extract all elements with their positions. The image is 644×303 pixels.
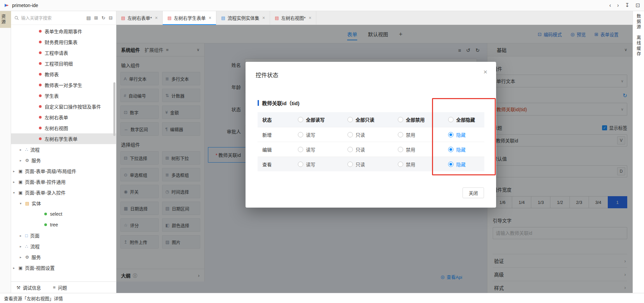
scrollbar[interactable] <box>113 82 115 136</box>
resource-tree-rows: 表单生命周期事件财务费用归集表工程申请表工程项目明细教师表教师表一对多学生学生表… <box>11 26 116 273</box>
app-title: primeton-ide <box>12 3 38 8</box>
radio-button[interactable] <box>398 132 403 137</box>
option-cell: 只读 <box>347 131 398 138</box>
cube-icon: ▣ <box>18 265 22 270</box>
tree-item-label: 左树右学生表单 <box>45 135 77 142</box>
search-input[interactable] <box>21 15 84 20</box>
document-tab[interactable]: ▤流程实例实体集× <box>216 11 270 25</box>
radio-button[interactable] <box>347 162 353 167</box>
radio-button[interactable] <box>298 162 303 167</box>
tree-item[interactable]: 教师表一对多学生 <box>11 80 116 90</box>
entity-icon: ▤ <box>25 201 29 206</box>
close-button[interactable]: 关闭 <box>463 187 484 198</box>
radio-button[interactable] <box>347 132 353 137</box>
radio-button[interactable] <box>398 117 403 122</box>
radio-button[interactable] <box>298 132 303 137</box>
gear-icon: ⚙ <box>25 158 29 163</box>
option-label: 读写 <box>306 146 315 153</box>
tree-item[interactable]: ▸∴流程 <box>11 144 116 155</box>
tree-item[interactable]: 财务费用归集表 <box>11 37 116 47</box>
file-icon: ▤ <box>275 15 279 20</box>
bottom-tab-label: 调试信息 <box>23 284 41 291</box>
radio-button[interactable] <box>347 117 353 122</box>
right-rail-tab[interactable]: 数据源 <box>635 14 642 30</box>
chevron-right-icon: ▸ <box>20 159 25 162</box>
status-dot-icon <box>44 223 47 226</box>
sidebar-search-row: ▤⊞↻⊟ <box>11 11 116 25</box>
document-tab[interactable]: ▤左树右学生表单× <box>163 11 216 25</box>
radio-button[interactable] <box>347 147 353 152</box>
radio-button[interactable] <box>448 132 453 137</box>
option-label: 只读 <box>356 161 365 168</box>
search-icon <box>14 16 19 20</box>
tree-item[interactable]: 工程申请表 <box>11 47 116 58</box>
status-dot-icon <box>39 30 42 33</box>
tree-item[interactable]: 左树右学生表单 <box>11 133 116 144</box>
download-icon[interactable]: ↧ <box>625 3 629 8</box>
tree-item[interactable]: ▸▣页面-视图设置 <box>11 262 116 273</box>
page-icon: □ <box>25 233 28 238</box>
tree-item[interactable]: ▸□页面 <box>11 230 116 241</box>
radio-button[interactable] <box>448 117 453 122</box>
option-label: 禁用 <box>406 131 415 138</box>
chevron-right-icon: ▸ <box>13 169 18 173</box>
tree-item[interactable]: ▸∴流程 <box>11 241 116 252</box>
forward-icon[interactable]: › <box>617 3 619 8</box>
bottom-tab[interactable]: ≡问题 <box>53 284 67 291</box>
tree-item[interactable]: 左树右视图 <box>11 123 116 133</box>
tree-item[interactable]: 表单生命周期事件 <box>11 26 116 37</box>
radio-button[interactable] <box>398 147 403 152</box>
document-tab[interactable]: ▤左树右视图*× <box>270 11 316 25</box>
new-form-icon[interactable]: ▤ <box>87 15 91 20</box>
option-cell: 读写 <box>298 131 347 138</box>
option-label: 隐藏 <box>456 146 466 153</box>
document-tab[interactable]: ▤左树右表单*× <box>116 11 163 25</box>
radio-button[interactable] <box>398 162 403 167</box>
tree-item[interactable]: 工程项目明细 <box>11 58 116 69</box>
radio-button[interactable] <box>448 147 453 152</box>
tree-item[interactable]: 学生表 <box>11 90 116 101</box>
back-icon[interactable]: ‹ <box>609 3 611 8</box>
close-tab-icon[interactable]: × <box>155 15 158 20</box>
option-cell: 读写 <box>298 161 347 168</box>
close-icon[interactable]: × <box>483 69 487 75</box>
tree-item[interactable]: 自定义窗口操作按钮及事件 <box>11 101 116 112</box>
tree-item[interactable]: ▸⚙服务 <box>11 155 116 166</box>
tree-item-label: 工程项目明细 <box>45 60 73 67</box>
chevron-down-icon: ▾ <box>20 202 25 205</box>
tree-item[interactable]: ▸⚙服务 <box>11 252 116 262</box>
app-logo-icon <box>4 3 9 8</box>
tree-item-label: select <box>50 211 62 217</box>
close-tab-icon[interactable]: × <box>209 15 211 20</box>
column-header: 状态 <box>258 116 298 123</box>
tree-item[interactable]: 左树右表单 <box>11 112 116 123</box>
tree-item[interactable]: ▸▣页面-表单-高级/布局组件 <box>11 166 116 176</box>
option-label: 禁用 <box>406 146 415 153</box>
close-tab-icon[interactable]: × <box>262 15 265 20</box>
tab-label: 左树右表单* <box>127 14 152 21</box>
tree-item-label: 左树右表单 <box>45 114 68 121</box>
tree-item[interactable]: ▾▣页面-表单-录入控件 <box>11 187 116 198</box>
tree-item[interactable]: ▾▤实体 <box>11 198 116 209</box>
tree-item[interactable]: tree <box>11 219 116 230</box>
tree-item-label: 服务 <box>32 254 41 260</box>
tree-item[interactable]: select <box>11 209 116 219</box>
right-rail-tab[interactable]: 离线缓存 <box>635 35 642 57</box>
close-tab-icon[interactable]: × <box>309 15 311 20</box>
tree-item-label: 实体 <box>32 200 41 207</box>
option-label: 禁用 <box>406 161 415 168</box>
tree-item[interactable]: 教师表 <box>11 69 116 80</box>
tree-item[interactable]: ▸▣页面-表单-控件通用 <box>11 176 116 187</box>
radio-button[interactable] <box>448 162 453 167</box>
collapse-all-icon[interactable]: ⊟ <box>109 15 113 20</box>
radio-button[interactable] <box>298 147 303 152</box>
status-dot-icon <box>39 127 42 129</box>
save-icon[interactable]: ⊡ <box>636 3 640 8</box>
chevron-right-icon: ▸ <box>20 245 25 248</box>
radio-button[interactable] <box>298 117 303 122</box>
bottom-tab[interactable]: ⚒调试信息 <box>16 284 41 291</box>
resources-rail-tab[interactable]: 资源 <box>0 11 11 28</box>
refresh-icon[interactable]: ↻ <box>102 15 106 20</box>
new-folder-icon[interactable]: ⊞ <box>94 15 98 20</box>
titlebar-icons: ‹›↧⊡ <box>609 3 640 8</box>
